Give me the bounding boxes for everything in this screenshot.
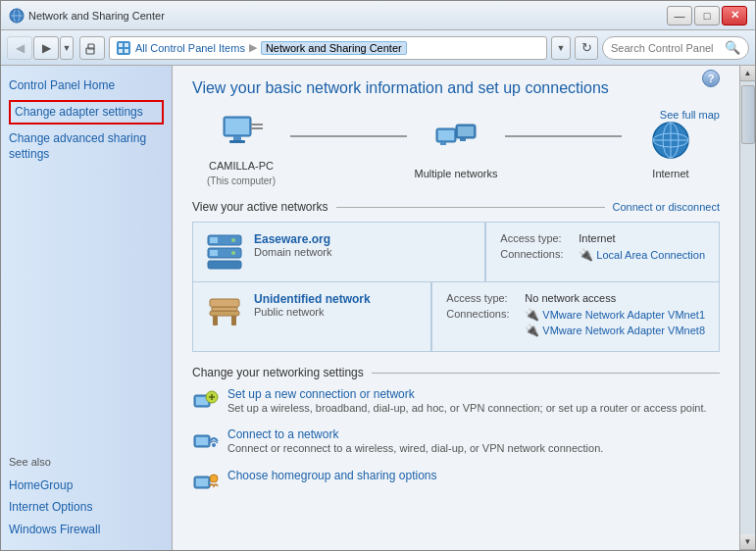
maximize-button[interactable]: □ xyxy=(694,6,720,25)
svg-rect-29 xyxy=(210,237,218,243)
unidentified-access-label: Access type: xyxy=(446,292,525,304)
network-easeware-icon xyxy=(205,232,244,272)
active-networks-list: Easeware.org Domain network Access type:… xyxy=(192,222,720,352)
network-row-easeware: Easeware.org Domain network Access type:… xyxy=(192,222,720,282)
sidebar-change-adapter[interactable]: Change adapter settings xyxy=(9,100,164,125)
svg-rect-9 xyxy=(119,49,123,53)
svg-rect-12 xyxy=(226,119,249,134)
main-area: Control Panel Home Change adapter settin… xyxy=(1,66,755,550)
unidentified-access-value: No network access xyxy=(525,292,616,304)
control-panel-icon xyxy=(116,40,131,56)
new-connection-icon xyxy=(192,387,220,415)
network-unidentified-connections-row: Connections: 🔌 VMware Network Adapter VM… xyxy=(446,308,705,337)
homegroup-settings-link[interactable]: Choose homegroup and sharing options xyxy=(227,469,436,482)
diagram-networks-node: Multiple networks xyxy=(407,117,505,179)
network-easeware-info: Easeware.org Domain network xyxy=(254,232,473,258)
access-type-value: Internet xyxy=(579,232,615,244)
settings-new-connection: Set up a new connection or network Set u… xyxy=(192,387,720,416)
settings-homegroup: Choose homegroup and sharing options xyxy=(192,469,720,496)
network-diagram: CAMILLA-PC (This computer) xyxy=(192,109,720,186)
network-unidentified-icon xyxy=(205,292,244,331)
svg-rect-34 xyxy=(208,261,241,269)
svg-rect-21 xyxy=(458,126,474,136)
settings-title: Change your networking settings xyxy=(192,366,364,379)
scroll-up-button[interactable]: ▲ xyxy=(740,66,756,81)
sidebar-spacer xyxy=(9,169,164,429)
scroll-down-button[interactable]: ▼ xyxy=(740,534,756,550)
back-button[interactable]: ◀ xyxy=(7,36,32,60)
minimize-button[interactable]: — xyxy=(667,6,692,25)
sidebar-windows-firewall[interactable]: Windows Firewall xyxy=(9,522,164,538)
svg-rect-35 xyxy=(210,311,239,316)
nav-buttons: ◀ ▶ ▼ xyxy=(7,36,74,60)
svg-rect-46 xyxy=(196,437,208,445)
forward-button[interactable]: ▶ xyxy=(33,36,59,60)
svg-rect-8 xyxy=(125,43,128,47)
local-area-connection-link[interactable]: 🔌 Local Area Connection xyxy=(579,248,705,262)
sidebar-control-panel-home[interactable]: Control Panel Home xyxy=(9,77,164,94)
svg-rect-22 xyxy=(460,138,466,141)
network-easeware-name[interactable]: Easeware.org xyxy=(254,232,473,246)
diagram-computer-sublabel: (This computer) xyxy=(207,175,276,186)
search-input[interactable] xyxy=(611,42,721,54)
active-networks-divider xyxy=(336,207,605,208)
connect-network-text: Connect to a network Connect or reconnec… xyxy=(227,427,603,456)
unidentified-connections-label: Connections: xyxy=(446,308,525,320)
svg-point-50 xyxy=(210,475,218,482)
close-button[interactable]: ✕ xyxy=(722,6,747,25)
diagram-line1 xyxy=(290,135,407,137)
help-icon[interactable]: ? xyxy=(702,70,720,87)
network-easeware-connections-row: Connections: 🔌 Local Area Connection xyxy=(500,248,705,262)
content-title: View your basic network information and … xyxy=(192,79,720,97)
refresh-button[interactable]: ↻ xyxy=(575,36,598,60)
vmnet8-link[interactable]: 🔌 VMware Network Adapter VMnet8 xyxy=(525,324,705,337)
breadcrumb-root[interactable]: All Control Panel Items xyxy=(135,42,245,54)
network-unidentified-details: Access type: No network access Connectio… xyxy=(431,282,719,351)
settings-divider xyxy=(372,373,720,374)
svg-rect-14 xyxy=(229,140,245,143)
svg-rect-39 xyxy=(210,299,239,307)
network-unidentified-info: Unidentified network Public network xyxy=(254,292,419,318)
svg-rect-36 xyxy=(212,307,237,311)
vmnet1-link[interactable]: 🔌 VMware Network Adapter VMnet1 xyxy=(525,308,705,322)
titlebar: Network and Sharing Center — □ ✕ xyxy=(1,1,755,30)
sidebar-internet-options[interactable]: Internet Options xyxy=(9,499,164,516)
svg-rect-7 xyxy=(119,43,123,47)
network-row-unidentified: Unidentified network Public network Acce… xyxy=(192,282,720,352)
nav-dropdown-button[interactable]: ▼ xyxy=(60,36,74,60)
network-unidentified-name[interactable]: Unidentified network xyxy=(254,292,419,306)
network-unidentified-access-row: Access type: No network access xyxy=(446,292,705,304)
breadcrumb-active: Network and Sharing Center xyxy=(261,41,407,55)
sidebar-see-also-title: See also xyxy=(9,456,164,468)
network-item-unidentified: Unidentified network Public network xyxy=(193,282,431,351)
titlebar-app-icon xyxy=(9,8,25,24)
svg-rect-32 xyxy=(210,250,218,256)
svg-rect-38 xyxy=(231,316,236,326)
connections-label: Connections: xyxy=(500,248,579,260)
svg-rect-18 xyxy=(438,130,454,140)
new-connection-link[interactable]: Set up a new connection or network xyxy=(227,387,707,401)
connect-network-desc: Connect or reconnect to a wireless, wire… xyxy=(227,442,603,454)
settings-connect-network: Connect to a network Connect or reconnec… xyxy=(192,427,720,456)
homegroup-settings-icon xyxy=(192,469,220,496)
diagram-internet-node: Internet xyxy=(622,117,720,179)
up-button[interactable] xyxy=(79,36,105,60)
multiple-networks-icon xyxy=(432,117,479,164)
connect-disconnect-link[interactable]: Connect or disconnect xyxy=(613,201,720,213)
titlebar-buttons: — □ ✕ xyxy=(667,6,747,25)
sidebar-homegroup[interactable]: HomeGroup xyxy=(9,477,164,494)
search-icon[interactable]: 🔍 xyxy=(725,40,740,55)
svg-point-47 xyxy=(212,443,216,447)
diagram-networks-label: Multiple networks xyxy=(415,168,498,179)
connect-network-link[interactable]: Connect to a network xyxy=(227,427,603,441)
connect-network-icon xyxy=(192,427,220,455)
svg-point-30 xyxy=(231,238,235,242)
computer-icon xyxy=(218,109,265,156)
svg-rect-19 xyxy=(440,142,446,145)
window: Network and Sharing Center — □ ✕ ◀ ▶ ▼ A… xyxy=(0,0,756,551)
address-dropdown-button[interactable]: ▼ xyxy=(551,36,571,60)
scrollbar-thumb[interactable] xyxy=(741,85,755,144)
sidebar-change-sharing[interactable]: Change advanced sharing settings xyxy=(9,130,164,164)
new-connection-text: Set up a new connection or network Set u… xyxy=(227,387,707,416)
svg-point-33 xyxy=(231,251,235,255)
